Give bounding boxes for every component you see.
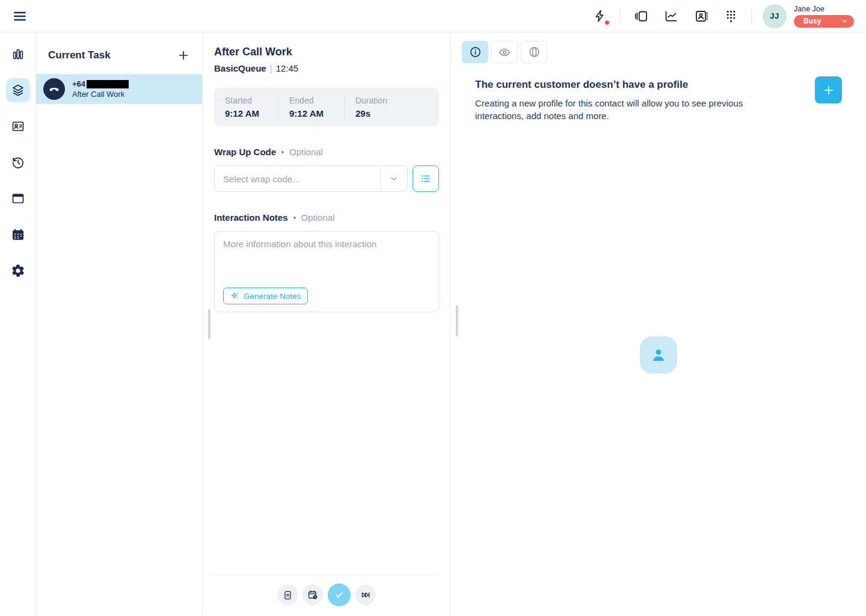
- tab-customer-insights[interactable]: [521, 41, 547, 63]
- info-icon: [469, 46, 482, 58]
- contact-book-icon: [694, 9, 708, 23]
- create-profile-button[interactable]: [815, 76, 842, 103]
- skip-button[interactable]: [355, 585, 376, 605]
- generate-notes-button[interactable]: Generate Notes: [223, 288, 308, 304]
- wrap-up-code-label-row: Wrap Up Code Optional: [214, 147, 439, 157]
- complete-task-button[interactable]: [328, 584, 351, 606]
- chevron-down-icon[interactable]: [381, 174, 407, 183]
- line-chart-icon: [664, 9, 678, 23]
- hamburger-menu-button[interactable]: [10, 6, 30, 26]
- split-circle-icon: [528, 46, 541, 58]
- timing-value: 29s: [355, 108, 387, 119]
- sidebar-item-browser[interactable]: [6, 186, 30, 211]
- schedule-callback-button[interactable]: [302, 585, 323, 605]
- tab-customer-preview[interactable]: [491, 41, 518, 63]
- timing-label: Started: [225, 96, 267, 105]
- acw-subtitle: BasicQueue | 12:45: [214, 63, 439, 73]
- timing-label: Ended: [289, 96, 333, 105]
- interaction-notes-label-row: Interaction Notes Optional: [214, 212, 439, 223]
- plus-icon: [822, 84, 835, 97]
- gear-icon: [11, 263, 25, 278]
- user-name: Jane Joe: [794, 5, 854, 13]
- quick-actions-button[interactable]: [591, 7, 609, 25]
- eye-icon: [498, 46, 511, 59]
- plus-icon: [177, 49, 190, 62]
- menu-icon: [12, 8, 28, 24]
- sidebar-item-history[interactable]: [6, 150, 30, 174]
- customer-header: The current customer doesn’t have a prof…: [450, 63, 866, 122]
- wrap-code-list-button[interactable]: [413, 165, 439, 192]
- side-panels-icon: [634, 9, 648, 23]
- layers-icon: [11, 83, 25, 97]
- sidebar-item-metrics[interactable]: [6, 42, 30, 66]
- directory-button[interactable]: [692, 7, 711, 26]
- chevron-down-icon: [841, 17, 848, 25]
- person-icon: [648, 345, 669, 365]
- bar-chart-icon: [11, 47, 25, 61]
- timing-value: 9:12 AM: [225, 108, 267, 119]
- check-icon: [333, 589, 345, 601]
- no-profile-title: The current customer doesn’t have a prof…: [475, 79, 764, 91]
- dialpad-button[interactable]: [722, 7, 740, 25]
- current-task-panel: Current Task +64 After Call Work: [36, 32, 203, 615]
- history-icon: [11, 155, 25, 170]
- calendar-clock-icon: [307, 590, 318, 600]
- timing-label: Duration: [355, 96, 387, 105]
- sidebar-item-tasks[interactable]: [6, 78, 30, 102]
- after-call-work-panel: After Call Work BasicQueue | 12:45 Start…: [203, 32, 450, 615]
- calendar-icon: [11, 227, 25, 242]
- customer-tabs: [450, 32, 866, 63]
- list-icon: [420, 173, 432, 185]
- window-icon: [11, 191, 25, 206]
- metrics-chart-button[interactable]: [662, 7, 681, 26]
- current-task-title: Current Task: [48, 49, 111, 61]
- timing-duration: Duration 29s: [344, 96, 398, 119]
- status-label: Busy: [803, 17, 821, 25]
- task-status-label: After Call Work: [72, 90, 129, 99]
- tab-customer-info[interactable]: [462, 41, 488, 63]
- phone-end-icon: [43, 78, 65, 100]
- customer-scrollbar-thumb[interactable]: [456, 305, 458, 336]
- sidebar-item-settings[interactable]: [6, 259, 30, 283]
- task-list-item[interactable]: +64 After Call Work: [36, 74, 202, 104]
- acw-scrollbar-thumb[interactable]: [208, 309, 210, 339]
- sidebar-item-contacts[interactable]: [6, 114, 30, 138]
- dialpad-icon: [724, 9, 738, 23]
- interaction-notes-box: Generate Notes: [214, 231, 439, 312]
- wrap-code-select[interactable]: Select wrap code...: [214, 165, 408, 192]
- topbar-actions: JJ Jane Joe Busy: [591, 4, 854, 28]
- notes-optional-label: Optional: [301, 212, 335, 223]
- sidebar-item-calendar[interactable]: [6, 223, 30, 247]
- subtitle-separator: |: [270, 63, 272, 73]
- acw-timer: 12:45: [276, 63, 299, 73]
- acw-footer: [214, 574, 439, 615]
- contact-card-icon: [11, 119, 25, 134]
- user-avatar[interactable]: JJ: [763, 4, 787, 28]
- timing-value: 9:12 AM: [289, 108, 333, 119]
- no-profile-description: Creating a new profile for this contact …: [475, 97, 764, 122]
- divider: [620, 8, 621, 24]
- redacted-phone-number: [87, 80, 129, 88]
- generate-notes-label: Generate Notes: [244, 292, 301, 301]
- divider: [751, 8, 752, 24]
- profile-avatar-placeholder: [640, 336, 677, 374]
- wrap-code-placeholder: Select wrap code...: [223, 174, 380, 184]
- user-cluster: JJ Jane Joe Busy: [763, 4, 854, 28]
- notes-document-button[interactable]: [277, 585, 298, 605]
- notification-dot: [604, 20, 610, 25]
- dot-separator: [293, 217, 296, 219]
- wrap-up-optional-label: Optional: [289, 147, 323, 157]
- add-task-button[interactable]: [174, 46, 192, 64]
- task-phone-prefix: +64: [72, 79, 85, 88]
- interaction-notes-input[interactable]: [223, 239, 430, 288]
- queue-name: BasicQueue: [214, 63, 266, 73]
- acw-title: After Call Work: [214, 46, 439, 58]
- status-selector[interactable]: Busy: [794, 15, 854, 28]
- left-nav-rail: [0, 32, 36, 615]
- side-panels-button[interactable]: [631, 7, 651, 26]
- customer-profile-panel: The current customer doesn’t have a prof…: [450, 32, 866, 615]
- skip-forward-icon: [360, 590, 371, 600]
- call-timing-summary: Started 9:12 AM Ended 9:12 AM Duration 2…: [214, 88, 439, 126]
- sparkle-icon: [230, 291, 240, 301]
- timing-started: Started 9:12 AM: [214, 96, 278, 119]
